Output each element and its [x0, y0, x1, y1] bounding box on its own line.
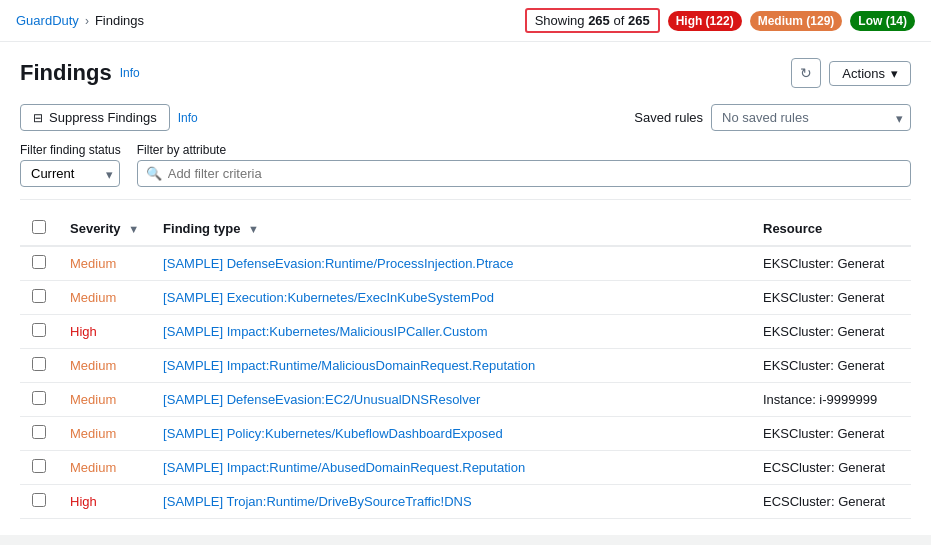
page-title-group: Findings Info	[20, 60, 140, 86]
col-resource-label: Resource	[763, 221, 822, 236]
row-severity-value: Medium	[70, 460, 116, 475]
table-row: Medium [SAMPLE] DefenseEvasion:Runtime/P…	[20, 246, 911, 281]
table-row: Medium [SAMPLE] Execution:Kubernetes/Exe…	[20, 281, 911, 315]
toolbar-left: ⊟ Suppress Findings Info	[20, 104, 198, 131]
col-header-severity[interactable]: Severity ▼	[58, 212, 151, 246]
row-checkbox-cell	[20, 349, 58, 383]
row-checkbox-cell	[20, 315, 58, 349]
row-finding-type-cell[interactable]: [SAMPLE] Trojan:Runtime/DriveBySourceTra…	[151, 485, 751, 519]
row-checkbox-cell	[20, 383, 58, 417]
toolbar-row: ⊟ Suppress Findings Info Saved rules No …	[20, 104, 911, 131]
row-resource-value: EKSCluster: Generat	[763, 256, 884, 271]
row-resource-cell: ECSCluster: Generat	[751, 451, 911, 485]
findings-table: Severity ▼ Finding type ▼ Resource Medi	[20, 212, 911, 519]
row-resource-value: EKSCluster: Generat	[763, 290, 884, 305]
saved-rules-wrapper: No saved rules	[711, 104, 911, 131]
row-finding-type-value: [SAMPLE] Execution:Kubernetes/ExecInKube…	[163, 290, 494, 305]
showing-separator: of	[613, 13, 624, 28]
table-row: Medium [SAMPLE] DefenseEvasion:EC2/Unusu…	[20, 383, 911, 417]
showing-current: 265	[588, 13, 610, 28]
row-checkbox-cell	[20, 485, 58, 519]
row-severity-value: High	[70, 324, 97, 339]
table-divider	[20, 199, 911, 200]
row-resource-value: ECSCluster: Generat	[763, 460, 885, 475]
row-resource-cell: EKSCluster: Generat	[751, 417, 911, 451]
row-finding-type-cell[interactable]: [SAMPLE] Impact:Kubernetes/MaliciousIPCa…	[151, 315, 751, 349]
badge-high: High (122)	[668, 11, 742, 31]
row-finding-type-value: [SAMPLE] Policy:Kubernetes/KubeflowDashb…	[163, 426, 503, 441]
suppress-findings-button[interactable]: ⊟ Suppress Findings	[20, 104, 170, 131]
row-resource-cell: EKSCluster: Generat	[751, 315, 911, 349]
row-finding-type-value: [SAMPLE] Impact:Runtime/MaliciousDomainR…	[163, 358, 535, 373]
filter-section: Filter finding status Current Filter by …	[20, 143, 911, 187]
row-finding-type-cell[interactable]: [SAMPLE] DefenseEvasion:EC2/UnusualDNSRe…	[151, 383, 751, 417]
page-title: Findings	[20, 60, 112, 86]
refresh-button[interactable]: ↻	[791, 58, 821, 88]
row-finding-type-cell[interactable]: [SAMPLE] Impact:Runtime/AbusedDomainRequ…	[151, 451, 751, 485]
row-checkbox-6[interactable]	[32, 459, 46, 473]
row-checkbox-1[interactable]	[32, 289, 46, 303]
top-right-badges: Showing 265 of 265 High (122) Medium (12…	[525, 8, 915, 33]
filter-status-select[interactable]: Current	[20, 160, 120, 187]
page-title-info-link[interactable]: Info	[120, 66, 140, 80]
row-finding-type-cell[interactable]: [SAMPLE] Policy:Kubernetes/KubeflowDashb…	[151, 417, 751, 451]
select-all-checkbox[interactable]	[32, 220, 46, 234]
row-resource-cell: Instance: i-9999999	[751, 383, 911, 417]
severity-sort-icon: ▼	[128, 223, 139, 235]
badge-low: Low (14)	[850, 11, 915, 31]
row-severity-cell: High	[58, 485, 151, 519]
row-finding-type-value: [SAMPLE] DefenseEvasion:EC2/UnusualDNSRe…	[163, 392, 480, 407]
row-checkbox-0[interactable]	[32, 255, 46, 269]
table-row: Medium [SAMPLE] Impact:Runtime/AbusedDom…	[20, 451, 911, 485]
col-severity-label: Severity	[70, 221, 121, 236]
row-finding-type-cell[interactable]: [SAMPLE] Execution:Kubernetes/ExecInKube…	[151, 281, 751, 315]
showing-total: 265	[628, 13, 650, 28]
breadcrumb: GuardDuty › Findings	[16, 13, 144, 28]
row-checkbox-cell	[20, 281, 58, 315]
row-finding-type-value: [SAMPLE] Impact:Runtime/AbusedDomainRequ…	[163, 460, 525, 475]
suppress-label: Suppress Findings	[49, 110, 157, 125]
row-checkbox-cell	[20, 246, 58, 281]
row-severity-cell: Medium	[58, 246, 151, 281]
row-resource-value: ECSCluster: Generat	[763, 494, 885, 509]
col-header-resource: Resource	[751, 212, 911, 246]
row-resource-value: EKSCluster: Generat	[763, 324, 884, 339]
filter-attribute-col: Filter by attribute 🔍	[137, 143, 911, 187]
row-severity-value: Medium	[70, 290, 116, 305]
table-body: Medium [SAMPLE] DefenseEvasion:Runtime/P…	[20, 246, 911, 519]
main-content: Findings Info ↻ Actions ▾ ⊟ Suppress Fin…	[0, 42, 931, 535]
top-nav: GuardDuty › Findings Showing 265 of 265 …	[0, 0, 931, 42]
actions-button[interactable]: Actions ▾	[829, 61, 911, 86]
refresh-icon: ↻	[800, 65, 812, 81]
col-header-finding-type[interactable]: Finding type ▼	[151, 212, 751, 246]
row-finding-type-cell[interactable]: [SAMPLE] DefenseEvasion:Runtime/ProcessI…	[151, 246, 751, 281]
row-checkbox-cell	[20, 417, 58, 451]
row-severity-cell: Medium	[58, 451, 151, 485]
breadcrumb-parent-link[interactable]: GuardDuty	[16, 13, 79, 28]
search-icon: 🔍	[146, 166, 162, 181]
filter-criteria-input[interactable]	[168, 161, 902, 186]
row-checkbox-4[interactable]	[32, 391, 46, 405]
row-severity-value: High	[70, 494, 97, 509]
row-resource-value: EKSCluster: Generat	[763, 426, 884, 441]
row-checkbox-3[interactable]	[32, 357, 46, 371]
row-finding-type-cell[interactable]: [SAMPLE] Impact:Runtime/MaliciousDomainR…	[151, 349, 751, 383]
row-severity-value: Medium	[70, 426, 116, 441]
page-header: Findings Info ↻ Actions ▾	[20, 58, 911, 88]
badge-medium: Medium (129)	[750, 11, 843, 31]
toolbar-right: Saved rules No saved rules	[634, 104, 911, 131]
row-finding-type-value: [SAMPLE] DefenseEvasion:Runtime/ProcessI…	[163, 256, 513, 271]
row-checkbox-7[interactable]	[32, 493, 46, 507]
table-row: High [SAMPLE] Impact:Kubernetes/Maliciou…	[20, 315, 911, 349]
col-finding-label: Finding type	[163, 221, 240, 236]
suppress-info-link[interactable]: Info	[178, 111, 198, 125]
row-severity-cell: Medium	[58, 417, 151, 451]
row-checkbox-2[interactable]	[32, 323, 46, 337]
row-severity-cell: Medium	[58, 349, 151, 383]
row-checkbox-5[interactable]	[32, 425, 46, 439]
saved-rules-select[interactable]: No saved rules	[711, 104, 911, 131]
col-header-checkbox	[20, 212, 58, 246]
filter-attribute-label: Filter by attribute	[137, 143, 911, 157]
row-severity-cell: Medium	[58, 281, 151, 315]
row-resource-cell: EKSCluster: Generat	[751, 246, 911, 281]
